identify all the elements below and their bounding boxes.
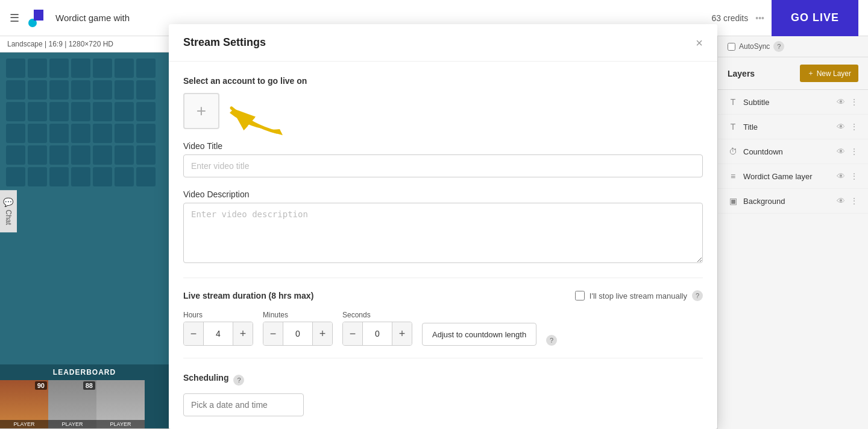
dots-icon-wordict[interactable]: ⋮ <box>850 171 858 181</box>
hours-increment-button[interactable]: + <box>233 322 253 345</box>
dots-icon-subtitle[interactable]: ⋮ <box>850 97 858 107</box>
go-live-button[interactable]: GO LIVE <box>772 0 858 36</box>
video-title-input[interactable] <box>183 154 703 177</box>
leaderboard-bar: LEADERBOARD <box>0 364 169 380</box>
minutes-increment-button[interactable]: + <box>313 322 332 345</box>
grid-cell <box>28 124 47 143</box>
credits-display: 63 credits <box>712 13 749 23</box>
hours-control: − + <box>183 322 253 346</box>
right-panel: AutoSync ? Layers ＋ New Layer T Subtitle… <box>717 36 868 429</box>
grid-cell <box>6 59 25 78</box>
chat-tab[interactable]: 💬 Chat <box>0 190 17 232</box>
eye-icon-background[interactable]: 👁 <box>837 196 845 206</box>
seconds-increment-button[interactable]: + <box>392 322 412 345</box>
autosync-help-icon[interactable]: ? <box>773 41 784 52</box>
hours-decrement-button[interactable]: − <box>184 322 203 345</box>
eye-icon-countdown[interactable]: 👁 <box>837 147 845 156</box>
hamburger-icon[interactable]: ☰ <box>10 11 19 25</box>
player-thumb-2: 88 PLAYER <box>48 380 96 428</box>
autosync-row: AutoSync ? <box>718 36 868 57</box>
grid-cell <box>71 59 90 78</box>
video-description-group: Video Description <box>183 189 703 265</box>
game-icon-wordict: ≡ <box>728 171 738 181</box>
players-row: 90 PLAYER 88 PLAYER PLAYER <box>0 380 169 428</box>
grid-cell <box>6 167 25 186</box>
layer-item-wordict: ≡ Wordict Game layer 👁 ⋮ <box>718 164 868 189</box>
grid-cell <box>49 59 69 78</box>
divider <box>183 278 703 278</box>
eye-icon-title[interactable]: 👁 <box>837 122 845 132</box>
scheduling-title: Scheduling <box>183 373 228 383</box>
layer-item-background: ▣ Background 👁 ⋮ <box>718 189 868 214</box>
grid-cell <box>28 102 47 121</box>
dots-icon-countdown[interactable]: ⋮ <box>850 147 858 156</box>
eye-icon-subtitle[interactable]: 👁 <box>837 97 845 107</box>
grid-cell <box>93 80 112 100</box>
grid-cell <box>28 167 47 186</box>
manual-stop-label: I'll stop live stream manually <box>590 291 687 300</box>
autosync-label: AutoSync <box>739 42 770 51</box>
player-score-1: 90 <box>35 381 47 390</box>
player-score-2: 88 <box>83 381 95 390</box>
logo-icon <box>27 7 48 29</box>
svg-marker-1 <box>34 10 43 21</box>
divider-2 <box>183 358 703 358</box>
topbar-icons: ••• <box>755 13 764 23</box>
eye-icon-wordict[interactable]: 👁 <box>837 171 845 181</box>
modal-close-button[interactable]: × <box>696 37 703 49</box>
layer-item-countdown: ⏱ Countdown 👁 ⋮ <box>718 139 868 164</box>
countdown-help-icon[interactable]: ? <box>546 335 557 346</box>
text-icon-title: T <box>728 122 738 132</box>
adjust-countdown-button[interactable]: Adjust to countdown length <box>422 323 536 346</box>
chat-label: Chat <box>4 209 13 224</box>
dots-icon-title[interactable]: ⋮ <box>850 122 858 132</box>
grid-cell <box>71 167 90 186</box>
stream-settings-modal: Stream Settings × Select an account to g… <box>169 24 717 429</box>
grid-cell <box>136 80 156 100</box>
grid-cell <box>115 124 134 143</box>
manual-stop-checkbox[interactable] <box>575 291 585 300</box>
arrow-hint-icon <box>216 96 289 138</box>
dots-icon-background[interactable]: ⋮ <box>850 196 858 206</box>
grid-cell <box>49 145 69 165</box>
minutes-decrement-button[interactable]: − <box>263 322 283 345</box>
grid-cell <box>115 102 134 121</box>
chat-icon: 💬 <box>4 197 13 208</box>
minutes-label: Minutes <box>263 311 333 319</box>
player-label-2: PLAYER <box>48 420 96 428</box>
bg-icon-background: ▣ <box>728 196 738 206</box>
seconds-input[interactable] <box>362 322 392 345</box>
grid-cell <box>6 102 25 121</box>
grid-cell <box>28 80 47 100</box>
layer-name-countdown: Countdown <box>743 147 783 156</box>
grid-cell <box>93 167 112 186</box>
layers-title: Layers <box>728 69 755 78</box>
manual-stop-help-icon[interactable]: ? <box>692 290 703 301</box>
grid-cell <box>6 124 25 143</box>
grid-cell <box>136 102 156 121</box>
autosync-checkbox[interactable] <box>728 43 735 51</box>
new-layer-label: New Layer <box>817 69 851 78</box>
minutes-group: Minutes − + <box>263 311 333 346</box>
seconds-control: − + <box>342 322 412 346</box>
add-account-plus-icon: + <box>197 101 206 121</box>
new-layer-button[interactable]: ＋ New Layer <box>800 65 858 82</box>
grid-cell <box>136 59 156 78</box>
minutes-input[interactable] <box>283 322 313 345</box>
modal-header: Stream Settings × <box>169 24 717 62</box>
add-account-button[interactable]: + <box>183 93 219 129</box>
date-picker-input[interactable] <box>183 393 304 416</box>
scheduling-help-icon[interactable]: ? <box>233 375 244 386</box>
grid-cell <box>49 80 69 100</box>
video-description-input[interactable] <box>183 203 703 263</box>
account-arrow-row: + <box>183 93 703 141</box>
grid-cell <box>93 102 112 121</box>
right-panel-header: Layers ＋ New Layer <box>718 57 868 90</box>
grid-cell <box>93 145 112 165</box>
modal-title: Stream Settings <box>183 36 266 49</box>
grid-cell <box>93 59 112 78</box>
hours-input[interactable] <box>203 322 233 345</box>
layer-name-subtitle: Subtitle <box>743 98 769 107</box>
seconds-decrement-button[interactable]: − <box>343 322 362 345</box>
select-account-title: Select an account to go live on <box>183 76 703 86</box>
